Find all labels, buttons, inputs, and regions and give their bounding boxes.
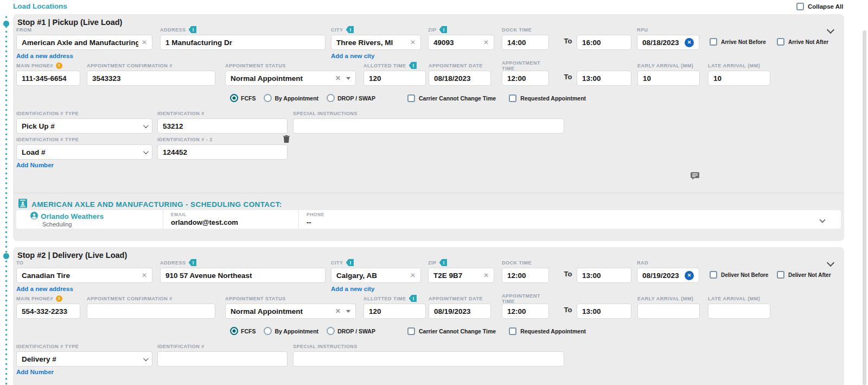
date-clear-icon[interactable]: ✕: [685, 38, 694, 47]
date-clear-icon[interactable]: ✕: [685, 271, 694, 280]
appointment-confirmation-input[interactable]: [87, 304, 215, 319]
clear-icon[interactable]: ✕: [138, 272, 147, 279]
special-instructions-input[interactable]: [293, 351, 564, 367]
zip-input[interactable]: T2E 9B7 ✕: [428, 268, 494, 283]
notes-comment-icon[interactable]: [690, 172, 700, 182]
checkbox-icon[interactable]: [509, 327, 516, 335]
fcfs-radio[interactable]: FCFS: [230, 327, 256, 335]
checkbox-icon[interactable]: [777, 38, 784, 46]
clear-icon[interactable]: ✕: [138, 39, 147, 46]
dock-time-to-input[interactable]: 16:00: [577, 35, 631, 50]
appointment-time-from-input[interactable]: 12:00: [502, 304, 549, 319]
checkbox-icon[interactable]: [407, 327, 415, 335]
add-number-link[interactable]: Add Number: [16, 162, 54, 168]
appointment-time-to-input[interactable]: 13:00: [577, 304, 631, 319]
scheduling-contact-row[interactable]: Orlando Weathers Scheduling EMAIL orland…: [16, 210, 841, 229]
contact-expand-chevron-icon[interactable]: [820, 214, 825, 224]
appointment-date-input[interactable]: 08/18/2023: [429, 71, 491, 86]
late-arrival-input[interactable]: 10: [708, 71, 770, 86]
stop2-collapse-chevron-icon[interactable]: [828, 258, 833, 268]
arrive-not-after-checkbox[interactable]: Arrive Not After: [777, 38, 828, 46]
identification-number-input[interactable]: 53212: [157, 118, 288, 134]
allotted-time-input[interactable]: 120: [363, 304, 426, 319]
vertical-scrollbar[interactable]: [863, 30, 866, 385]
address-input[interactable]: 910 57 Avenue Northeast: [160, 268, 326, 283]
delete-identification-icon[interactable]: [283, 135, 290, 145]
deliver-not-after-checkbox[interactable]: Deliver Not After: [777, 271, 831, 279]
identification-number-2-input[interactable]: 124452: [157, 144, 288, 160]
chevron-down-icon[interactable]: [143, 149, 149, 154]
city-input[interactable]: Calgary, AB ✕: [331, 268, 421, 283]
drop-swap-radio[interactable]: DROP / SWAP: [327, 94, 375, 102]
early-arrival-input[interactable]: [637, 304, 700, 319]
allotted-time-label: ALLOTTED TIME: [363, 63, 406, 68]
identification-type-select[interactable]: Delivery #: [16, 351, 152, 367]
appointment-confirmation-input[interactable]: 3543323: [87, 71, 215, 86]
chevron-down-icon[interactable]: [143, 123, 149, 128]
to-input[interactable]: Canadian Tire ✕: [16, 268, 152, 283]
add-new-city-link[interactable]: Add a new city: [331, 286, 375, 292]
stop1-collapse-chevron-icon[interactable]: [828, 25, 833, 35]
appointment-time-from-input[interactable]: 12:00: [502, 71, 549, 86]
late-arrival-input[interactable]: [708, 304, 770, 319]
appointment-status-select[interactable]: Normal Appointment ✕: [225, 71, 356, 86]
zip-input[interactable]: 49093 ✕: [428, 35, 494, 50]
main-phone-input[interactable]: 554-332-2233: [16, 304, 80, 319]
rpu-date-input[interactable]: 08/18/2023 ✕: [637, 35, 699, 50]
checkbox-icon[interactable]: [796, 3, 804, 10]
add-new-city-link[interactable]: Add a new city: [331, 53, 375, 59]
address-input[interactable]: 1 Manufacturing Dr: [160, 35, 326, 50]
rad-date-input[interactable]: 08/19/2023 ✕: [637, 268, 699, 283]
radio-selected-icon[interactable]: [230, 94, 238, 102]
checkbox-icon[interactable]: [710, 38, 717, 46]
carrier-cannot-change-time-checkbox[interactable]: Carrier Cannot Change Time: [407, 94, 496, 102]
radio-icon[interactable]: [327, 94, 335, 102]
add-new-address-link[interactable]: Add a new address: [16, 286, 73, 292]
requested-appointment-checkbox[interactable]: Requested Appointment: [509, 94, 586, 102]
dropdown-caret-icon[interactable]: [346, 77, 350, 80]
by-appointment-radio[interactable]: By Appointment: [264, 94, 318, 102]
radio-icon[interactable]: [264, 94, 272, 102]
checkbox-icon[interactable]: [407, 94, 415, 102]
identification-type-select[interactable]: Pick Up #: [16, 118, 152, 134]
checkbox-icon[interactable]: [710, 271, 717, 279]
checkbox-icon[interactable]: [509, 94, 516, 102]
drop-swap-radio[interactable]: DROP / SWAP: [327, 327, 375, 335]
clear-icon[interactable]: ✕: [335, 307, 341, 315]
deliver-not-before-checkbox[interactable]: Deliver Not Before: [710, 271, 768, 279]
appointment-status-select[interactable]: Normal Appointment ✕: [225, 304, 356, 319]
clear-icon[interactable]: ✕: [407, 272, 416, 279]
radio-selected-icon[interactable]: [230, 327, 238, 335]
special-instructions-input[interactable]: [293, 118, 564, 134]
add-new-address-link[interactable]: Add a new address: [16, 53, 73, 59]
early-arrival-input[interactable]: 10: [637, 71, 700, 86]
clear-icon[interactable]: ✕: [407, 39, 416, 46]
main-phone-input[interactable]: 111-345-6654: [16, 71, 80, 86]
identification-number-input[interactable]: [157, 351, 288, 367]
dock-time-from-input[interactable]: 12:00: [502, 268, 549, 283]
clear-icon[interactable]: ✕: [480, 272, 489, 279]
radio-icon[interactable]: [327, 327, 335, 335]
radio-icon[interactable]: [264, 327, 272, 335]
collapse-all-checkbox[interactable]: Collapse All: [796, 3, 843, 10]
requested-appointment-checkbox[interactable]: Requested Appointment: [509, 327, 586, 335]
dock-time-from-input[interactable]: 14:00: [502, 35, 549, 50]
carrier-cannot-change-time-checkbox[interactable]: Carrier Cannot Change Time: [407, 327, 496, 335]
dropdown-caret-icon[interactable]: [346, 310, 350, 313]
appointment-date-input[interactable]: 08/19/2023: [429, 304, 491, 319]
from-field: FROM American Axle and Manufacturing ✕: [16, 26, 152, 50]
chevron-down-icon[interactable]: [143, 356, 149, 361]
fcfs-radio[interactable]: FCFS: [230, 94, 256, 102]
city-input[interactable]: Three Rivers, MI ✕: [331, 35, 421, 50]
identification-type-2-select[interactable]: Load #: [16, 144, 152, 160]
checkbox-icon[interactable]: [777, 271, 784, 279]
add-number-link[interactable]: Add Number: [16, 369, 54, 375]
dock-time-to-input[interactable]: 13:00: [577, 268, 631, 283]
appointment-time-to-input[interactable]: 13:00: [577, 71, 631, 86]
from-input[interactable]: American Axle and Manufacturing ✕: [16, 35, 152, 50]
clear-icon[interactable]: ✕: [335, 74, 341, 82]
allotted-time-input[interactable]: 120: [363, 71, 426, 86]
clear-icon[interactable]: ✕: [480, 39, 489, 46]
by-appointment-radio[interactable]: By Appointment: [264, 327, 318, 335]
arrive-not-before-checkbox[interactable]: Arrive Not Before: [710, 38, 766, 46]
